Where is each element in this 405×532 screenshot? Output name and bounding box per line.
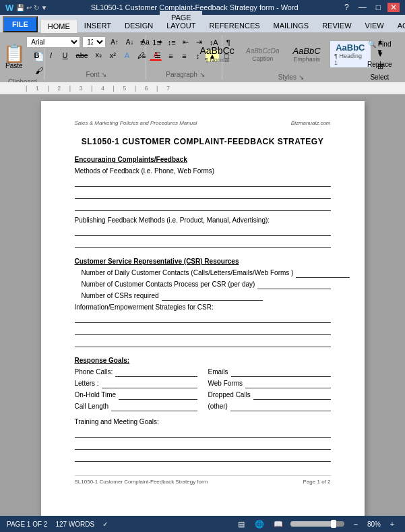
style-emphasis[interactable]: AaBbC Emphasis — [286, 44, 327, 65]
web-forms-field[interactable] — [245, 380, 331, 388]
page-header: Sales & Marketing Policies and Procedure… — [75, 120, 331, 126]
styles-content: AaBbCc ¶ Normal AaBbCcDa Caption AaBbC E… — [195, 36, 387, 72]
field-line-4[interactable] — [75, 227, 331, 236]
ribbon-tabs: FILE HOME INSERT DESIGN PAGE LAYOUT REFE… — [0, 15, 405, 32]
numbered-list-button[interactable]: 1≡ — [150, 36, 164, 48]
style-normal[interactable]: AaBbCc ¶ Normal — [195, 43, 239, 65]
word-icon: W — [5, 3, 13, 13]
web-forms-line: Web Forms — [208, 380, 331, 388]
ruler-marks: | 1 | 2 | 3 | 4 | 5 | 6 | 7 — [26, 85, 170, 92]
font-size-select[interactable]: 12 — [82, 36, 106, 48]
page-footer: SL1050-1 Customer Complaint-Feedback Str… — [75, 475, 331, 485]
on-hold-label: On-Hold Time — [75, 391, 117, 398]
style-caption[interactable]: AaBbCcDa Caption — [241, 45, 284, 64]
view-web-button[interactable]: 🌐 — [253, 519, 266, 529]
daily-contacts-field[interactable] — [296, 269, 350, 278]
font-name-select[interactable]: Arial — [26, 36, 80, 48]
training-line-3[interactable] — [75, 452, 331, 462]
letters-field[interactable] — [102, 380, 197, 388]
title-bar: W 💾 ↩ ↻ ▼ SL1050-1 Customer Complaint-Fe… — [0, 0, 405, 15]
help-button[interactable]: ? — [342, 3, 352, 12]
tab-mailings[interactable]: MAILINGS — [267, 19, 316, 32]
word-count: 127 WORDS — [55, 521, 94, 528]
status-bar: PAGE 1 OF 2 127 WORDS ✓ ▤ 🌐 📖 − 80% + — [0, 516, 405, 532]
phone-calls-line: Phone Calls: — [75, 368, 197, 377]
call-length-line: Call Length — [75, 403, 197, 411]
phone-calls-field[interactable] — [115, 368, 197, 377]
paste-button[interactable]: 📋 Paste — [0, 43, 29, 71]
italic-button[interactable]: I — [45, 50, 57, 61]
justify-button[interactable]: ≡ — [179, 50, 191, 61]
subscript-button[interactable]: x₂ — [92, 49, 104, 61]
decrease-indent-button[interactable]: ⇤ — [180, 36, 192, 48]
close-button[interactable]: ✕ — [387, 3, 400, 12]
tab-file[interactable]: FILE — [3, 16, 38, 32]
tab-home[interactable]: HOME — [40, 19, 77, 33]
grow-font-button[interactable]: A↑ — [108, 37, 121, 47]
field-line-5[interactable] — [75, 239, 331, 248]
zoom-thumb[interactable] — [331, 520, 336, 528]
style-emphasis-label: Emphasis — [293, 56, 320, 63]
emails-line: Emails — [208, 368, 331, 377]
underline-button[interactable]: U — [59, 50, 71, 61]
find-button[interactable]: 🔍 Find ▼ — [363, 38, 397, 58]
zoom-fill — [290, 521, 334, 527]
ruler: | 1 | 2 | 3 | 4 | 5 | 6 | 7 — [0, 82, 405, 94]
tab-acrobat[interactable]: ACROBAT — [391, 19, 405, 32]
csr-line-1[interactable] — [75, 314, 331, 323]
tab-review[interactable]: REVIEW — [315, 19, 358, 32]
footer-left: SL1050-1 Customer Complaint-Feedback Str… — [75, 479, 208, 485]
on-hold-field[interactable] — [119, 391, 197, 400]
training-line-1[interactable] — [75, 428, 331, 438]
title-bar-controls[interactable]: ? — □ ✕ — [342, 3, 400, 12]
replace-button[interactable]: Replace — [363, 58, 397, 71]
tab-view[interactable]: VIEW — [359, 19, 391, 32]
contacts-process-field[interactable] — [257, 280, 330, 289]
training-line-2[interactable] — [75, 440, 331, 450]
strikethrough-button[interactable]: abc — [73, 50, 91, 61]
call-length-field[interactable] — [111, 403, 197, 411]
view-print-button[interactable]: ▤ — [235, 519, 247, 529]
csrs-required-label: Number of CSRs required — [82, 292, 159, 299]
view-reading-button[interactable]: 📖 — [272, 519, 285, 529]
styles-label: Styles ↘ — [278, 73, 304, 81]
field-line-3[interactable] — [75, 202, 331, 211]
publishing-feedback-label: Publishing Feedback Methods (i.e. Produc… — [75, 216, 331, 224]
bullet-list-button[interactable]: ≡ — [136, 36, 148, 48]
other-field[interactable] — [230, 403, 331, 411]
tab-insert[interactable]: INSERT — [77, 19, 118, 32]
text-effect-button[interactable]: A — [121, 50, 133, 61]
csr-line-2[interactable] — [75, 326, 331, 335]
field-line-2[interactable] — [75, 189, 331, 199]
align-right-button[interactable]: ≡ — [165, 50, 177, 61]
csrs-required-field[interactable] — [162, 292, 263, 301]
align-center-button[interactable]: ☰ — [152, 50, 164, 61]
status-left: PAGE 1 OF 2 127 WORDS ✓ — [7, 521, 108, 528]
emails-label: Emails — [208, 368, 228, 376]
minimize-button[interactable]: — — [356, 3, 369, 12]
tab-references[interactable]: REFERENCES — [202, 19, 266, 32]
emails-field[interactable] — [231, 368, 331, 377]
section-encouraging-heading: Encouraging Complaints/Feedback — [75, 156, 331, 163]
document-wrapper: Sales & Marketing Policies and Procedure… — [0, 94, 405, 516]
font-group: Arial 12 A↑ A↓ Aa ✦ B I U abc x₂ x² A 🖊 … — [50, 35, 147, 80]
other-label: (other) — [208, 403, 228, 410]
document-page[interactable]: Sales & Marketing Policies and Procedure… — [41, 101, 365, 516]
align-left-button[interactable]: ≡ — [138, 50, 150, 61]
letters-label: Letters : — [75, 380, 99, 387]
maximize-button[interactable]: □ — [373, 3, 383, 12]
field-line-1[interactable] — [75, 177, 331, 187]
dropped-calls-field[interactable] — [253, 391, 331, 400]
csr-line-3[interactable] — [75, 338, 331, 347]
shrink-font-button[interactable]: A↓ — [123, 37, 137, 47]
styles-group: AaBbCc ¶ Normal AaBbCcDa Caption AaBbC E… — [228, 35, 357, 80]
style-emphasis-preview: AaBbC — [292, 46, 320, 57]
zoom-in-button[interactable]: + — [386, 519, 398, 529]
tab-design[interactable]: DESIGN — [118, 19, 160, 32]
bold-button[interactable]: B — [31, 50, 43, 61]
multilevel-list-button[interactable]: ↕≡ — [165, 36, 179, 48]
response-left-col: Phone Calls: Letters : On-Hold Time — [75, 368, 197, 414]
superscript-button[interactable]: x² — [106, 50, 119, 61]
tab-page-layout[interactable]: PAGE LAYOUT — [160, 11, 202, 32]
zoom-out-button[interactable]: − — [350, 519, 362, 529]
